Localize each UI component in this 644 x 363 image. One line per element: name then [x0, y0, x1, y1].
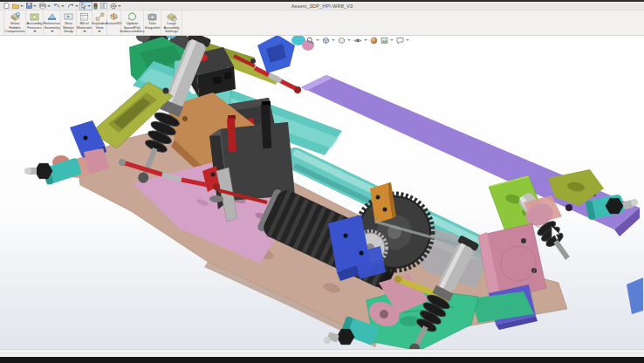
edit-appearance-icon[interactable]: [370, 37, 378, 45]
hide-show-items-icon[interactable]: [353, 37, 367, 45]
view-settings-icon[interactable]: [396, 37, 409, 45]
redo-icon[interactable]: [66, 3, 79, 10]
status-bar: [0, 349, 644, 357]
ribbon-button-show-hidden-components[interactable]: Show Hidden Components: [4, 10, 26, 35]
ribbon-button-take-snapshot[interactable]: Take Snapshot: [144, 10, 161, 35]
command-manager-ribbon: Show Hidden Components Assembly Features…: [0, 10, 644, 36]
title-bar: Assem_3DP_HPI-WR8_V3: [0, 2, 644, 10]
viewport-3d-model[interactable]: [0, 0, 644, 363]
ribbon-button-reference-geometry[interactable]: Reference Geometry: [44, 10, 61, 35]
print-icon[interactable]: [38, 3, 51, 10]
save-icon[interactable]: [25, 3, 38, 10]
quick-access-toolbar: [0, 3, 122, 10]
rebuild-icon[interactable]: [92, 3, 99, 10]
options-gear-icon[interactable]: [109, 3, 122, 10]
window-bottom-edge: [0, 357, 644, 363]
undo-icon[interactable]: [52, 3, 65, 10]
apply-scene-icon[interactable]: [380, 37, 394, 45]
ribbon-button-assembly-features[interactable]: Assembly Features: [26, 10, 44, 35]
dropdown-caret: [33, 31, 37, 32]
graphics-viewport[interactable]: [0, 35, 644, 349]
heads-up-view-toolbar: [306, 36, 409, 45]
file-properties-icon[interactable]: [99, 3, 108, 10]
ribbon-button-update-speedpak[interactable]: Update SpeedPak Subassemblies: [121, 10, 144, 35]
ribbon-button-bill-of-materials[interactable]: Bill of Materials: [77, 10, 92, 35]
open-file-icon[interactable]: [11, 3, 24, 10]
dropdown-caret: [51, 31, 54, 32]
view-orientation-icon[interactable]: [322, 37, 335, 45]
dropdown-caret: [98, 31, 101, 32]
display-style-icon[interactable]: [338, 37, 351, 45]
dropdown-caret: [83, 31, 86, 32]
new-file-icon[interactable]: [3, 3, 10, 10]
ribbon-button-large-assembly-settings[interactable]: Large Assembly Settings: [161, 10, 182, 35]
zoom-to-fit-icon[interactable]: [306, 37, 319, 45]
ribbon-button-new-motion-study[interactable]: New Motion Study: [61, 10, 77, 35]
select-tool-icon[interactable]: [80, 3, 92, 10]
ribbon-button-exploded-view[interactable]: Exploded View: [92, 10, 107, 35]
part-right-edge-mount[interactable]: [627, 277, 643, 314]
